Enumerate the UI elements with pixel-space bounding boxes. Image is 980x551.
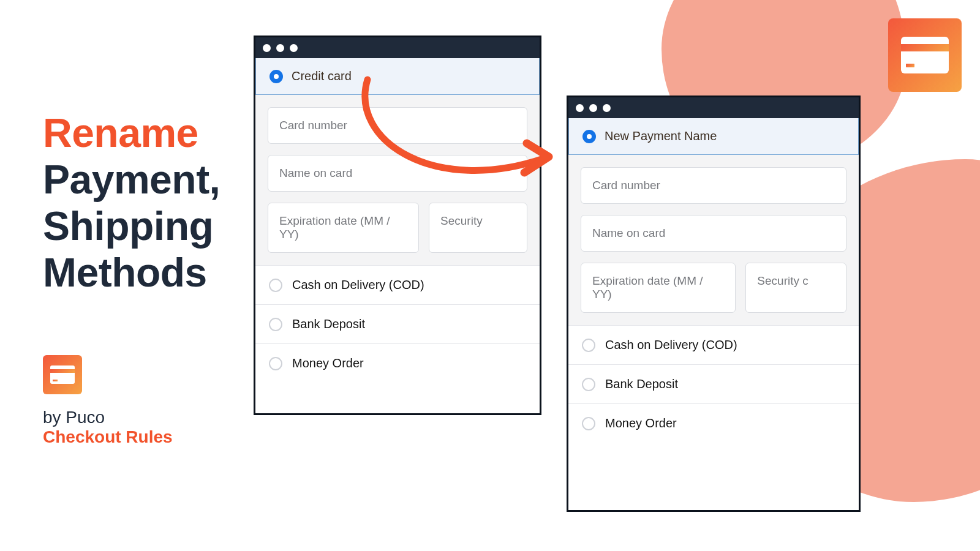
radio-unselected-icon: [582, 339, 595, 352]
window-dot: [603, 104, 611, 112]
card-fields-area: Card number Name on card Expiration date…: [568, 155, 859, 325]
payment-option-money-order[interactable]: Money Order: [568, 403, 859, 443]
selected-payment-method[interactable]: New Payment Name: [568, 118, 859, 155]
card-number-field[interactable]: Card number: [581, 167, 846, 204]
radio-unselected-icon: [269, 279, 282, 292]
radio-unselected-icon: [269, 357, 282, 370]
option-label: Bank Deposit: [605, 377, 678, 391]
option-label: Bank Deposit: [292, 317, 365, 331]
payment-method-label: Credit card: [292, 69, 352, 83]
headline-line-4: Methods: [43, 250, 207, 295]
expiration-field[interactable]: Expiration date (MM / YY): [581, 263, 736, 313]
radio-unselected-icon: [582, 378, 595, 391]
option-label: Money Order: [292, 356, 364, 370]
payment-option-cod[interactable]: Cash on Delivery (COD): [255, 265, 540, 304]
payment-method-label: New Payment Name: [605, 129, 717, 143]
credit-card-icon: [50, 365, 75, 384]
radio-selected-icon: [270, 70, 283, 83]
headline-line-3: Shipping: [43, 203, 213, 249]
window-dot: [576, 104, 584, 112]
brand-line-2: Checkout Rules: [43, 427, 173, 447]
window-dot: [290, 44, 298, 52]
window-dot: [263, 44, 271, 52]
after-window: New Payment Name Card number Name on car…: [567, 96, 861, 512]
radio-selected-icon: [582, 130, 596, 143]
card-fields-area: Card number Name on card Expiration date…: [255, 95, 540, 265]
headline-accent: Rename: [43, 110, 198, 156]
option-label: Money Order: [605, 416, 677, 430]
before-window: Credit card Card number Name on card Exp…: [254, 36, 541, 415]
radio-unselected-icon: [582, 417, 595, 430]
card-number-field[interactable]: Card number: [268, 107, 527, 144]
payment-method-text: New Payment Name: [605, 129, 717, 143]
brand-line-1: by Puco: [43, 408, 173, 427]
payment-option-cod[interactable]: Cash on Delivery (COD): [568, 325, 859, 364]
brand-icon-tile: [43, 355, 82, 394]
option-label: Cash on Delivery (COD): [292, 278, 424, 292]
window-titlebar: [255, 37, 540, 58]
selected-payment-method[interactable]: Credit card: [255, 58, 540, 95]
window-dot: [276, 44, 284, 52]
option-label: Cash on Delivery (COD): [605, 338, 737, 352]
security-field[interactable]: Security: [429, 203, 527, 253]
payment-option-bank-deposit[interactable]: Bank Deposit: [568, 364, 859, 403]
security-field[interactable]: Security c: [745, 263, 846, 313]
name-on-card-field[interactable]: Name on card: [581, 215, 846, 252]
credit-card-icon: [901, 37, 949, 73]
headline-line-2: Payment,: [43, 157, 220, 202]
app-icon-tile: [888, 18, 962, 92]
payment-option-bank-deposit[interactable]: Bank Deposit: [255, 304, 540, 343]
payment-method-text: Credit card: [292, 69, 352, 83]
window-dot: [589, 104, 597, 112]
name-on-card-field[interactable]: Name on card: [268, 155, 527, 192]
radio-unselected-icon: [269, 318, 282, 331]
headline: Rename Payment, Shipping Methods: [43, 110, 220, 296]
window-titlebar: [568, 97, 859, 118]
expiration-field[interactable]: Expiration date (MM / YY): [268, 203, 419, 253]
branding-block: by Puco Checkout Rules: [43, 355, 173, 447]
payment-option-money-order[interactable]: Money Order: [255, 343, 540, 383]
headline-text: Rename Payment, Shipping Methods: [43, 110, 220, 296]
